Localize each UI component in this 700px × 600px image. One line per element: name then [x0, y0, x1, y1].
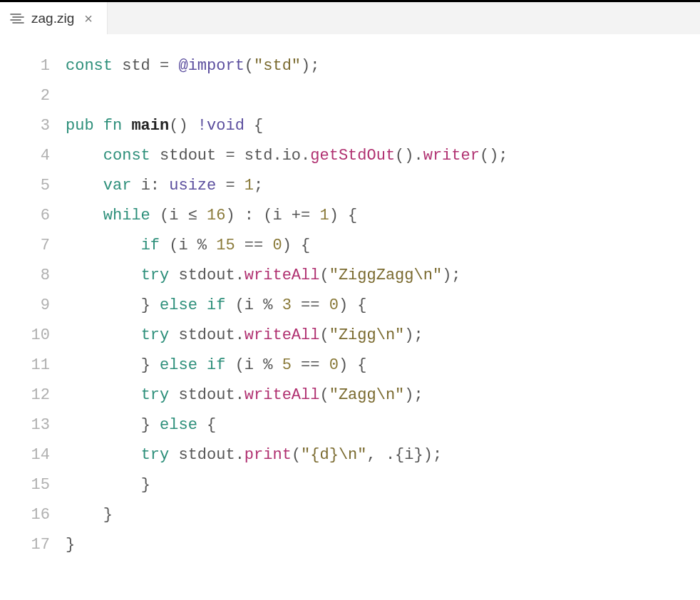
line-number: 3 — [0, 111, 66, 141]
code-content: try stdout.writeAll("ZiggZagg\n"); — [66, 261, 700, 291]
code-content: const stdout = std.io.getStdOut().writer… — [66, 141, 700, 171]
code-content: try stdout.print("{d}\n", .{i}); — [66, 440, 700, 470]
line-number: 1 — [0, 51, 66, 81]
line-number: 5 — [0, 171, 66, 201]
code-content: } else if (i % 3 == 0) { — [66, 291, 700, 321]
line-number: 11 — [0, 351, 66, 381]
tab-bar: zag.zig × — [0, 0, 700, 34]
code-content: pub fn main() !void { — [66, 111, 700, 141]
code-content: } — [66, 530, 700, 560]
line-number: 8 — [0, 261, 66, 291]
code-line: 6 while (i ≤ 16) : (i += 1) { — [0, 201, 700, 231]
code-content: var i: usize = 1; — [66, 171, 700, 201]
code-line: 5 var i: usize = 1; — [0, 171, 700, 201]
close-icon[interactable]: × — [81, 10, 96, 27]
code-line: 11 } else if (i % 5 == 0) { — [0, 351, 700, 381]
line-number: 4 — [0, 141, 66, 171]
code-line: 2 — [0, 81, 700, 111]
line-number: 6 — [0, 201, 66, 231]
code-line: 4 const stdout = std.io.getStdOut().writ… — [0, 141, 700, 171]
code-line: 9 } else if (i % 3 == 0) { — [0, 291, 700, 321]
code-line: 3 pub fn main() !void { — [0, 111, 700, 141]
code-content: while (i ≤ 16) : (i += 1) { — [66, 201, 700, 231]
tab-filename: zag.zig — [31, 11, 74, 26]
code-line: 17 } — [0, 530, 700, 560]
code-line: 16 } — [0, 500, 700, 530]
code-line: 10 try stdout.writeAll("Zigg\n"); — [0, 321, 700, 351]
code-content: } else if (i % 5 == 0) { — [66, 351, 700, 381]
code-line: 14 try stdout.print("{d}\n", .{i}); — [0, 440, 700, 470]
code-content — [66, 81, 700, 111]
code-line: 13 } else { — [0, 410, 700, 440]
code-content: } else { — [66, 410, 700, 440]
line-number: 16 — [0, 500, 66, 530]
line-number: 15 — [0, 470, 66, 500]
code-content: } — [66, 500, 700, 530]
code-content: } — [66, 470, 700, 500]
line-number: 7 — [0, 231, 66, 261]
code-line: 1 const std = @import("std"); — [0, 51, 700, 81]
line-number: 9 — [0, 291, 66, 321]
code-line: 7 if (i % 15 == 0) { — [0, 231, 700, 261]
line-number: 2 — [0, 81, 66, 111]
code-content: try stdout.writeAll("Zagg\n"); — [66, 381, 700, 410]
line-number: 10 — [0, 321, 66, 351]
line-number: 13 — [0, 410, 66, 440]
line-number: 17 — [0, 530, 66, 560]
code-content: const std = @import("std"); — [66, 51, 700, 81]
code-line: 15 } — [0, 470, 700, 500]
code-content: try stdout.writeAll("Zigg\n"); — [66, 321, 700, 351]
code-editor[interactable]: 1 const std = @import("std"); 2 3 pub fn… — [0, 34, 700, 560]
editor-tab[interactable]: zag.zig × — [0, 2, 108, 34]
code-line: 12 try stdout.writeAll("Zagg\n"); — [0, 381, 700, 410]
line-number: 12 — [0, 381, 66, 410]
line-number: 14 — [0, 440, 66, 470]
file-icon — [10, 12, 24, 25]
code-line: 8 try stdout.writeAll("ZiggZagg\n"); — [0, 261, 700, 291]
code-content: if (i % 15 == 0) { — [66, 231, 700, 261]
